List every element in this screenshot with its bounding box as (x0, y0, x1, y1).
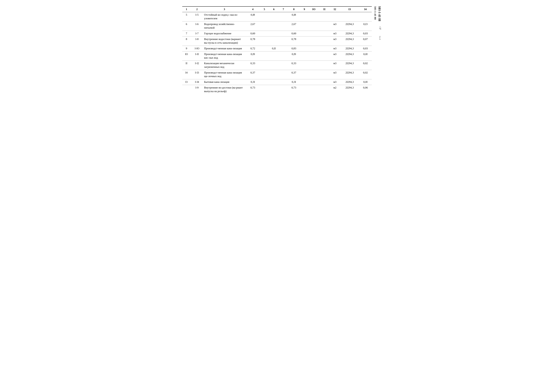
cell-r3-c4: 0,78 (245, 36, 260, 46)
cell-r9-c11 (319, 85, 330, 94)
cell-r6-c12: м3 (330, 61, 340, 70)
cell-r1-c12: м3 (330, 21, 340, 31)
cell-r9-c4: 0,73 (245, 85, 260, 94)
table-row: I3I-I4Бытовая кана-лизация0,3I0,3Iм32I29… (182, 79, 372, 85)
cell-r0-c8: 0,I8 (288, 12, 300, 21)
cell-r1-c4: 2,67 (245, 21, 260, 31)
cell-r2-c10 (309, 31, 319, 36)
header-col-4: 4 (245, 7, 260, 12)
cell-r4-c4: 0,72 (245, 46, 260, 51)
cell-r3-c1: 8 (182, 36, 191, 46)
cell-r7-c2: I-I3 (191, 70, 203, 79)
cell-r7-c11 (319, 70, 330, 79)
cell-r5-c11 (319, 51, 330, 61)
cell-r6-c13: 2I294,3 (340, 61, 359, 70)
cell-r3-c6 (269, 36, 279, 46)
side-label-code: 503-1-43 88 (374, 6, 376, 20)
cell-r5-c14: 0,0I (359, 51, 372, 61)
cell-r5-c1: IO (182, 51, 191, 61)
cell-r8-c8: 0,3I (288, 79, 300, 85)
cell-r4-c2: I-IO (191, 46, 203, 51)
cell-r7-c1: I4 (182, 70, 191, 79)
cell-r5-c12: м3 (330, 51, 340, 61)
table-header: 1 2 3 4 5 6 7 8 9 IO II I2 I3 I4 (182, 7, 372, 12)
cell-r9-c3: Внутренние во-достоки (ва-риант выпуска … (203, 85, 245, 94)
cell-r4-c12: м3 (330, 46, 340, 51)
cell-r0-c5 (260, 12, 269, 21)
cell-r5-c10 (309, 51, 319, 61)
cell-r6-c14: 0,02 (359, 61, 372, 70)
header-col-7: 7 (279, 7, 287, 12)
cell-r8-c4: 0,3I (245, 79, 260, 85)
cell-r8-c2: I-I4 (191, 79, 203, 85)
cell-r8-c14: 0,0I (359, 79, 372, 85)
cell-r5-c3: Производст-венная кана-лизация кис-лых в… (203, 51, 245, 61)
header-col-5: 5 (260, 7, 269, 12)
cell-r4-c13: 2I294,3 (340, 46, 359, 51)
cell-r0-c4: 0,I8 (245, 12, 260, 21)
side-label-container: 503-1-43 88 (374, 6, 376, 20)
cell-r1-c8: 2,67 (288, 21, 300, 31)
cell-r6-c8: 0,33 (288, 61, 300, 70)
cell-r2-c5 (260, 31, 269, 36)
cell-r4-c9 (300, 46, 309, 51)
cell-r6-c10 (309, 61, 319, 70)
cell-r8-c1: I3 (182, 79, 191, 85)
margin-code: 503-1-43 88 (379, 6, 381, 21)
cell-r9-c14: 0,06 (359, 85, 372, 94)
cell-r7-c6 (269, 70, 279, 79)
cell-r4-c11 (319, 46, 330, 51)
cell-r7-c5 (260, 70, 269, 79)
cell-r8-c12: м3 (330, 79, 340, 85)
cell-r4-c7 (279, 46, 287, 51)
header-col-13: I3 (340, 7, 359, 12)
cell-r0-c7 (279, 12, 287, 21)
cell-r4-c6: 0,II (269, 46, 279, 51)
cell-r3-c13: 2I294,3 (340, 36, 359, 46)
cell-r0-c6 (269, 12, 279, 21)
cell-r7-c8: 0,37 (288, 70, 300, 79)
cell-r1-c6 (269, 21, 279, 31)
cell-r1-c10 (309, 21, 319, 31)
cell-r0-c11 (319, 12, 330, 21)
cell-r8-c3: Бытовая кана-лизация (203, 79, 245, 85)
cell-r2-c2: I-7 (191, 31, 203, 36)
cell-r9-c1 (182, 85, 191, 94)
cell-r1-c11 (319, 21, 330, 31)
cell-r8-c9 (300, 79, 309, 85)
cell-r3-c11 (319, 36, 330, 46)
table-row: I-9Внутренние во-достоки (ва-риант выпус… (182, 85, 372, 94)
cell-r0-c1: 5 (182, 12, 191, 21)
table-row: 9I-IOПроизводст-венная кана-лизация0,720… (182, 46, 372, 51)
cell-r3-c14: 0,07 (359, 36, 372, 46)
cell-r8-c11 (319, 79, 330, 85)
table-row: III-I2Канализация механически загрязненн… (182, 61, 372, 70)
table-row: 5I-5Отстойный ко-лодец с масло-уловителе… (182, 12, 372, 21)
cell-r6-c7 (279, 61, 287, 70)
cell-r8-c5 (260, 79, 269, 85)
cell-r8-c10 (309, 79, 319, 85)
cell-r5-c7 (279, 51, 287, 61)
cell-r2-c14: 0,03 (359, 31, 372, 36)
table-row: IOI-IIПроизводст-венная кана-лизация кис… (182, 51, 372, 61)
cell-r8-c13: 2I294,3 (340, 79, 359, 85)
cell-r0-c13 (340, 12, 359, 21)
header-col-10: IO (309, 7, 319, 12)
cell-r3-c5 (260, 36, 269, 46)
header-col-3: 3 (203, 7, 245, 12)
cell-r8-c6 (269, 79, 279, 85)
cell-r1-c13: 2I294,3 (340, 21, 359, 31)
cell-r5-c6 (269, 51, 279, 61)
cell-r4-c5 (260, 46, 269, 51)
table-row: 8I-8Внутренние водостоки (вариант вы-пус… (182, 36, 372, 46)
cell-r0-c12 (330, 12, 340, 21)
cell-r6-c11 (319, 61, 330, 70)
cell-r2-c6 (269, 31, 279, 36)
margin-footnote: 1 о 1 (379, 36, 381, 40)
cell-r0-c3: Отстойный ко-лодец с масло-уловителем (203, 12, 245, 21)
cell-r7-c14: 0,02 (359, 70, 372, 79)
header-col-12: I2 (330, 7, 340, 12)
cell-r5-c13: 2I294,3 (340, 51, 359, 61)
cell-r1-c3: Водопровод хозяйственно-питьевой (203, 21, 245, 31)
cell-r9-c5 (260, 85, 269, 94)
